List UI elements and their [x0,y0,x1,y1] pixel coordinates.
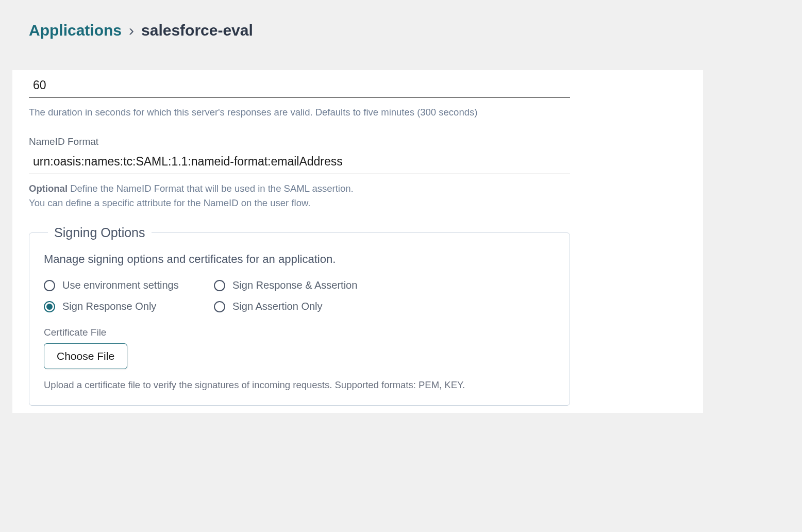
certificate-file-label: Certificate File [44,327,555,338]
radio-icon [214,301,225,312]
radio-icon [214,280,225,291]
breadcrumb-root-link[interactable]: Applications [29,22,122,39]
breadcrumb: Applications › salesforce-eval [29,22,687,39]
radio-label: Use environment settings [62,279,179,291]
radio-sign-response-and-assertion[interactable]: Sign Response & Assertion [214,279,399,291]
radio-use-environment-settings[interactable]: Use environment settings [44,279,209,291]
breadcrumb-current: salesforce-eval [141,22,253,39]
cutoff-region: IDP Initiated Login [29,406,687,408]
chevron-right-icon: › [129,22,134,39]
duration-help-text: The duration in seconds for which this s… [29,105,570,120]
radio-label: Sign Response Only [62,301,156,312]
signing-options-description: Manage signing options and certificates … [44,253,555,266]
choose-file-button[interactable]: Choose File [44,343,127,369]
radio-label: Sign Response & Assertion [232,279,357,291]
certificate-help-text: Upload a certificate file to verify the … [44,379,555,391]
radio-sign-response-only[interactable]: Sign Response Only [44,301,209,312]
radio-icon [44,280,55,291]
signing-options-legend: Signing Options [48,225,152,240]
radio-icon-selected [44,301,55,312]
nameid-input[interactable] [29,153,570,171]
nameid-help-text: Optional Define the NameID Format that w… [29,181,570,210]
duration-field-wrap [29,76,570,98]
nameid-help-line2: You can define a specific attribute for … [29,197,310,208]
optional-tag: Optional [29,183,68,194]
radio-label: Sign Assertion Only [232,301,323,312]
duration-input[interactable] [29,76,570,94]
nameid-field-wrap [29,153,570,174]
nameid-help-line1: Define the NameID Format that will be us… [68,183,354,194]
radio-sign-assertion-only[interactable]: Sign Assertion Only [214,301,399,312]
signing-options-fieldset: Signing Options Manage signing options a… [29,225,570,406]
signing-radio-group: Use environment settings Sign Response &… [44,279,555,312]
nameid-label: NameID Format [29,136,687,147]
page-header: Applications › salesforce-eval [12,8,703,70]
